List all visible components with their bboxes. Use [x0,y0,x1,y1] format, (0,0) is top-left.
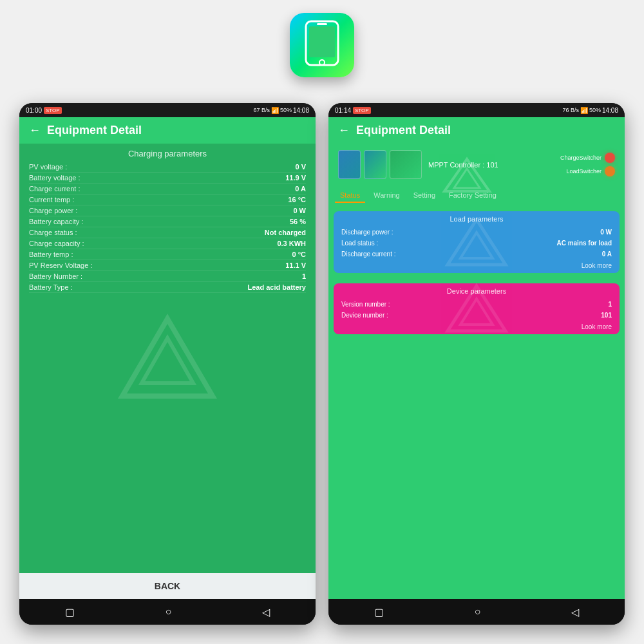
svg-rect-2 [317,23,327,25]
param-label-charge-status: Charge status : [29,229,77,236]
device-label-version: Version number : [341,301,390,308]
param-value-battery-type: Lead acid battery [248,283,306,291]
nav-back-icon[interactable]: ◁ [262,606,270,618]
right-battery: 50% [589,107,601,113]
app-icon-background [290,13,354,77]
right-nav-bar: ▢ ○ ◁ [328,599,625,625]
param-label-charge-capacity: Charge capacity : [29,240,84,247]
right-watermark-triangle [441,156,493,194]
left-time: 01:00 [26,107,42,114]
load-switcher-label: LoadSwitcher [566,168,601,175]
left-stop-badge: STOP [44,107,62,114]
right-nav-home-icon[interactable]: ○ [475,606,481,618]
load-row-load-status: Load status : AC mains for load [334,238,620,249]
app-icon [290,13,354,77]
right-scrollable-content: Load parameters VESDAS Discharge power :… [328,206,625,599]
param-row-charge-current: Charge current : 0 A [29,184,306,194]
param-value-charge-power: 0 W [293,207,306,214]
load-value-load-status: AC mains for load [556,240,612,247]
phone-icon-svg [303,20,341,68]
param-label-charge-power: Charge power : [29,207,77,214]
svg-marker-5 [142,338,193,383]
charge-switcher-label: ChargeSwitcher [560,155,601,161]
right-back-button[interactable]: ← [338,124,350,137]
charge-switcher-row: ChargeSwitcher [560,153,615,163]
left-clock: 14:08 [293,107,309,114]
param-value-charge-current: 0 A [295,185,306,193]
tab-setting[interactable]: Setting [408,189,440,203]
nav-home-icon[interactable]: ○ [166,606,172,618]
nav-square-icon[interactable]: ▢ [65,606,75,618]
param-label-battery-capacity: Battery capacity : [29,218,83,225]
right-clock: 14:08 [602,107,618,114]
device-look-more[interactable]: Look more [334,321,620,334]
right-stop-badge: STOP [353,107,371,114]
left-watermark: VESDAS [116,312,219,405]
device-label-number: Device number : [341,312,388,319]
right-status-bar: 01:14 STOP 76 B/s 📶 50% 14:08 [328,103,625,117]
svg-marker-4 [122,319,213,396]
load-look-more[interactable]: Look more [334,260,620,273]
device-value-number: 101 [601,312,612,319]
right-header: ← Equipment Detail [328,117,625,144]
tab-status[interactable]: Status [335,189,365,203]
right-wifi: 📶 [580,107,588,114]
device-row-number: Device number : 101 [334,310,620,321]
load-label-discharge-current: Discharge current : [341,251,395,258]
load-row-discharge-current: Discharge current : 0 A [334,249,620,260]
device-images [338,150,422,179]
svg-text:VESDAS: VESDAS [133,401,202,402]
param-row-battery-capacity: Battery capacity : 56 % [29,216,306,227]
device-box-3 [390,150,422,179]
param-label-battery-voltage: Battery voltage : [29,174,80,182]
device-row-version: Version number : 1 [334,299,620,310]
param-value-battery-number: 1 [302,272,306,280]
phones-container: 01:00 STOP 67 B/s 📶 50% 14:08 ← Equipmen… [19,103,625,625]
param-row-battery-type: Battery Type : Lead acid battery [29,282,306,293]
right-title: Equipment Detail [356,124,451,137]
left-phone: 01:00 STOP 67 B/s 📶 50% 14:08 ← Equipmen… [19,103,316,625]
back-button[interactable]: BACK [19,573,316,599]
right-nav-back-icon[interactable]: ◁ [571,606,579,618]
param-row-charge-capacity: Charge capacity : 0.3 KWH [29,238,306,249]
device-box-1 [338,150,361,179]
left-battery: 50% [280,107,292,113]
params-list: PV voltage : 0 V Battery voltage : 11.9 … [29,162,306,293]
device-card: Device parameters VESDAS Version number … [334,283,620,334]
param-label-battery-temp: Battery temp : [29,251,73,258]
load-value-discharge-current: 0 A [602,251,612,258]
param-label-charge-current: Charge current : [29,185,80,193]
param-row-pv-voltage: PV voltage : 0 V [29,162,306,173]
param-value-battery-voltage: 11.9 V [285,174,306,182]
param-value-charge-status: Not charged [265,229,306,236]
load-card-title: Load parameters [334,211,620,227]
right-nav-square-icon[interactable]: ▢ [374,606,384,618]
left-wifi: 📶 [271,107,279,114]
device-card-title: Device parameters [334,283,620,299]
load-value-discharge-power: 0 W [600,229,612,236]
param-label-battery-number: Battery Number : [29,272,82,280]
right-phone: 01:14 STOP 76 B/s 📶 50% 14:08 ← Equipmen… [328,103,625,625]
param-value-current-temp: 16 °C [288,196,306,204]
params-title: Charging parameters [29,144,306,162]
load-card: Load parameters VESDAS Discharge power :… [334,211,620,273]
param-value-charge-capacity: 0.3 KWH [277,240,306,247]
load-label-load-status: Load status : [341,240,378,247]
left-title: Equipment Detail [47,124,142,137]
left-nav-bar: ▢ ○ ◁ [19,599,316,625]
svg-rect-1 [309,26,335,57]
param-row-current-temp: Current temp : 16 °C [29,194,306,205]
device-box-2 [364,150,386,179]
load-switcher-row: LoadSwitcher [566,166,615,176]
left-back-button[interactable]: ← [29,124,41,137]
param-row-charge-power: Charge power : 0 W [29,205,306,216]
param-row-charge-status: Charge status : Not charged [29,227,306,238]
param-label-battery-type: Battery Type : [29,283,73,291]
left-data: 67 B/s [253,107,270,113]
right-time: 01:14 [335,107,351,114]
param-row-battery-voltage: Battery voltage : 11.9 V [29,173,306,184]
param-row-battery-number: Battery Number : 1 [29,271,306,282]
charging-params-section: Charging parameters VESDAS PV voltage : … [19,144,316,573]
param-label-pv-reserv: PV Reserv Voltage : [29,261,92,269]
tab-warning[interactable]: Warning [368,189,405,203]
